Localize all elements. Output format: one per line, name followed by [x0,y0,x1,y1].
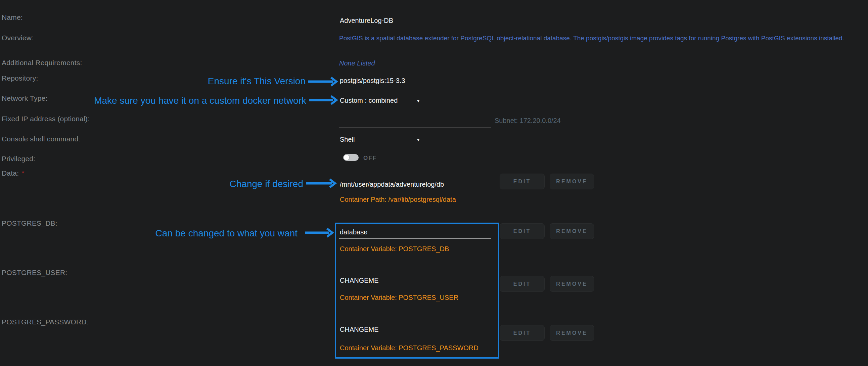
field-label-postgres-db: POSTGRES_DB: [2,219,57,227]
field-label-fixed-ip: Fixed IP address (optional): [2,115,90,123]
field-label-postgres-password: POSTGRES_PASSWORD: [2,318,89,326]
subnet-info: Subnet: 172.20.0.0/24 [495,117,561,125]
arrow-icon [304,228,335,238]
field-label-data-text: Data: [2,169,19,177]
arrow-icon [308,77,339,87]
required-asterisk: * [22,169,24,177]
field-label-console-shell: Console shell command: [2,135,80,143]
name-input[interactable] [339,15,491,27]
container-path-info: Container Path: /var/lib/postgresql/data [340,196,456,204]
fixed-ip-input[interactable] [339,116,491,128]
edit-button-postgres-user[interactable]: EDIT [500,276,545,292]
postgres-db-input[interactable] [339,226,491,239]
postgres-password-input[interactable] [339,324,491,336]
annotation-repository: Ensure it's This Version [208,76,306,87]
console-shell-selected-value: Shell [340,136,354,143]
field-label-overview: Overview: [2,34,34,42]
remove-button-postgres-db[interactable]: REMOVE [550,223,594,239]
docker-template-form: Name: Overview: Additional Requirements:… [0,0,868,366]
repository-input[interactable] [339,75,491,87]
arrow-icon [306,178,338,188]
privileged-state-label: OFF [363,155,377,161]
container-variable-info-db: Container Variable: POSTGRES_DB [340,245,449,253]
field-label-network-type: Network Type: [2,94,48,102]
annotation-data: Change if desired [230,179,303,189]
container-variable-info-user: Container Variable: POSTGRES_USER [340,294,458,302]
field-label-postgres-user: POSTGRES_USER: [2,269,67,277]
arrow-icon [308,95,339,105]
dropdown-caret-icon: ▼ [416,137,421,142]
field-label-privileged: Privileged: [2,155,35,163]
annotation-postgres: Can be changed to what you want [155,228,298,239]
postgres-user-input[interactable] [339,275,491,287]
dropdown-caret-icon: ▼ [416,98,421,103]
field-label-repository: Repository: [2,74,38,82]
edit-button-postgres-password[interactable]: EDIT [500,325,545,341]
annotation-network: Make sure you have it on a custom docker… [94,95,306,106]
remove-button-postgres-password[interactable]: REMOVE [550,325,594,341]
network-type-select[interactable]: Custom : combined ▼ [339,96,423,107]
field-label-additional-requirements: Additional Requirements: [2,59,82,67]
edit-button-data[interactable]: EDIT [500,174,545,189]
network-type-selected-value: Custom : combined [340,97,398,104]
remove-button-data[interactable]: REMOVE [550,174,594,189]
container-variable-info-password: Container Variable: POSTGRES_PASSWORD [340,344,478,352]
remove-button-postgres-user[interactable]: REMOVE [550,276,594,292]
data-path-input[interactable] [339,179,491,191]
console-shell-select[interactable]: Shell ▼ [339,135,423,146]
field-label-data: Data:* [2,169,25,177]
privileged-toggle[interactable] [343,154,359,161]
additional-requirements-value: None Listed [339,59,375,67]
field-label-name: Name: [2,13,23,22]
toggle-knob [344,155,349,160]
highlight-box [335,223,499,359]
overview-description: PostGIS is a spatial database extender f… [339,35,844,42]
edit-button-postgres-db[interactable]: EDIT [500,223,545,239]
